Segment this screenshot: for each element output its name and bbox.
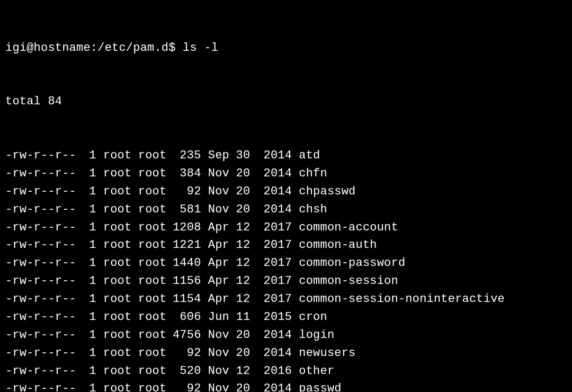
file-owner: root [103,165,131,183]
file-owner: root [103,254,131,272]
total-line: total 84 [5,93,567,111]
file-name: common-account [299,219,398,237]
file-year: 2017 [257,254,292,272]
file-month: Apr [208,272,229,290]
file-month: Apr [208,219,229,237]
file-owner: root [103,219,131,237]
file-month: Nov [208,380,229,392]
file-group: root [138,165,166,183]
file-row: -rw-r--r--1rootroot520Nov122016other [5,362,567,380]
file-name: common-auth [299,236,377,254]
file-month: Nov [208,183,229,201]
file-day: 20 [236,344,250,362]
file-permissions: -rw-r--r-- [5,219,75,237]
file-group: root [138,290,166,308]
file-row: -rw-r--r--1rootroot92Nov202014newusers [5,344,567,362]
file-group: root [138,344,166,362]
file-name: atd [299,147,320,165]
file-name: common-password [299,254,405,272]
prompt-text: igi@hostname:/etc/pam.d$ [5,39,176,57]
file-day: 12 [236,362,250,380]
file-group: root [138,236,166,254]
file-row: -rw-r--r--1rootroot606Jun112015cron [5,308,567,326]
file-group: root [138,254,166,272]
file-size: 92 [166,380,201,392]
file-year: 2017 [257,290,292,308]
prompt-line: igi@hostname:/etc/pam.d$ ls -l [5,39,567,57]
file-permissions: -rw-r--r-- [5,362,75,380]
file-permissions: -rw-r--r-- [5,326,75,344]
file-day: 12 [236,219,250,237]
file-year: 2016 [257,362,292,380]
file-name: chfn [299,165,327,183]
file-group: root [138,380,166,392]
file-day: 12 [236,254,250,272]
file-name: chpasswd [299,183,355,201]
terminal-window[interactable]: igi@hostname:/etc/pam.d$ ls -l total 84 … [5,3,567,392]
file-size: 92 [166,344,201,362]
file-name: cron [299,308,327,326]
file-links: 1 [82,183,96,201]
file-links: 1 [82,344,96,362]
file-owner: root [103,183,131,201]
file-month: Nov [208,362,229,380]
file-size: 606 [166,308,201,326]
file-year: 2014 [257,147,292,165]
file-day: 11 [236,308,250,326]
file-owner: root [103,344,131,362]
file-size: 1221 [166,236,201,254]
file-row: -rw-r--r--1rootroot235Sep302014atd [5,147,567,165]
file-year: 2014 [257,165,292,183]
file-group: root [138,219,166,237]
file-size: 1156 [166,272,201,290]
file-name: common-session-noninteractive [299,290,505,308]
file-group: root [138,326,166,344]
file-links: 1 [82,308,96,326]
file-name: common-session [299,272,398,290]
file-month: Jun [208,308,229,326]
file-year: 2014 [257,380,292,392]
file-row: -rw-r--r--1rootroot1208Apr122017common-a… [5,219,567,237]
file-row: -rw-r--r--1rootroot1154Apr122017common-s… [5,290,567,308]
file-links: 1 [82,219,96,237]
file-permissions: -rw-r--r-- [5,344,75,362]
file-year: 2014 [257,326,292,344]
file-owner: root [103,380,131,392]
file-row: -rw-r--r--1rootroot92Nov202014passwd [5,380,567,392]
file-links: 1 [82,272,96,290]
file-size: 235 [166,147,201,165]
file-day: 30 [236,147,250,165]
file-name: other [299,362,334,380]
file-name: login [299,326,334,344]
file-year: 2017 [257,236,292,254]
file-row: -rw-r--r--1rootroot1221Apr122017common-a… [5,236,567,254]
file-year: 2017 [257,272,292,290]
file-row: -rw-r--r--1rootroot1440Apr122017common-p… [5,254,567,272]
file-day: 12 [236,290,250,308]
file-group: root [138,272,166,290]
file-name: newusers [299,344,355,362]
file-owner: root [103,326,131,344]
file-day: 20 [236,183,250,201]
file-permissions: -rw-r--r-- [5,165,75,183]
file-permissions: -rw-r--r-- [5,254,75,272]
file-listing: -rw-r--r--1rootroot235Sep302014atd-rw-r-… [5,147,567,392]
file-links: 1 [82,147,96,165]
file-size: 1154 [166,290,201,308]
file-row: -rw-r--r--1rootroot92Nov202014chpasswd [5,183,567,201]
file-size: 581 [166,201,201,219]
file-links: 1 [82,254,96,272]
file-links: 1 [82,290,96,308]
file-month: Nov [208,201,229,219]
file-month: Nov [208,326,229,344]
file-day: 20 [236,165,250,183]
file-month: Sep [208,147,229,165]
file-permissions: -rw-r--r-- [5,201,75,219]
file-month: Apr [208,290,229,308]
file-permissions: -rw-r--r-- [5,183,75,201]
file-month: Apr [208,236,229,254]
file-owner: root [103,362,131,380]
file-permissions: -rw-r--r-- [5,272,75,290]
file-day: 20 [236,201,250,219]
file-permissions: -rw-r--r-- [5,147,75,165]
